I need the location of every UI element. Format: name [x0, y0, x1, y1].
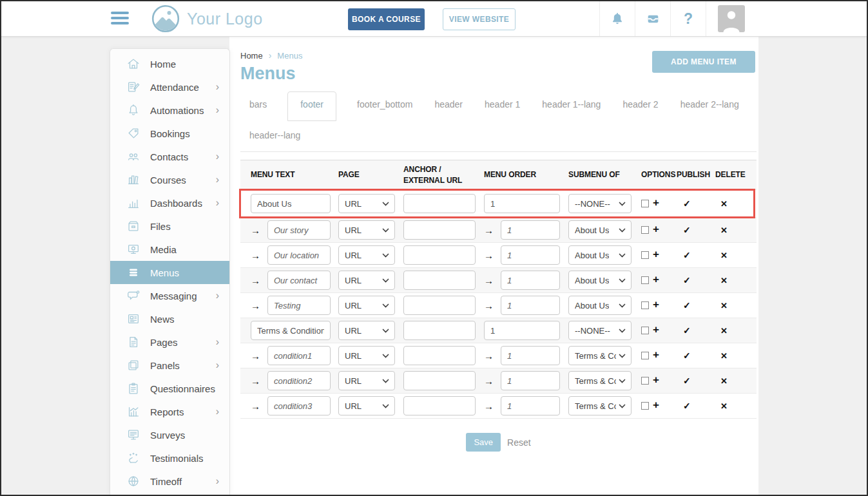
submenu-of-select[interactable]: About Us: [568, 271, 632, 290]
add-option-icon[interactable]: +: [653, 374, 659, 386]
sidebar-item-timeoff[interactable]: Timeoff ›: [110, 470, 229, 493]
inbox-icon[interactable]: [635, 1, 670, 36]
delete-icon[interactable]: ✕: [715, 199, 728, 209]
delete-icon[interactable]: ✕: [715, 225, 728, 235]
page-select[interactable]: URL: [338, 220, 395, 240]
submenu-of-select[interactable]: Terms & Conditions: [568, 371, 632, 390]
sidebar-item-surveys[interactable]: Surveys: [110, 423, 229, 446]
submenu-of-select[interactable]: About Us: [568, 245, 632, 265]
options-checkbox[interactable]: [641, 251, 649, 259]
menu-order-input[interactable]: [501, 220, 560, 240]
publish-check-icon[interactable]: ✓: [677, 401, 691, 411]
menu-text-input[interactable]: [267, 371, 331, 390]
tab-header-1-lang[interactable]: header 1--lang: [541, 92, 602, 117]
menu-order-input[interactable]: [501, 371, 560, 390]
menu-text-input[interactable]: [267, 296, 331, 315]
menu-order-input[interactable]: [501, 271, 560, 290]
publish-check-icon[interactable]: ✓: [677, 250, 691, 260]
page-select[interactable]: URL: [338, 321, 395, 340]
submenu-of-select[interactable]: Terms & Conditions: [568, 346, 632, 365]
page-select[interactable]: URL: [338, 245, 395, 265]
sidebar-item-home[interactable]: Home: [110, 52, 229, 75]
notifications-bell-icon[interactable]: [599, 1, 635, 36]
sidebar-item-questionnaires[interactable]: Questionnaires: [110, 377, 229, 400]
tab-header-lang[interactable]: header--lang: [248, 123, 302, 148]
menu-order-input[interactable]: [501, 296, 560, 315]
anchor-url-input[interactable]: [403, 245, 476, 265]
sidebar-item-reports[interactable]: Reports ›: [110, 400, 229, 423]
publish-check-icon[interactable]: ✓: [677, 225, 691, 235]
page-select[interactable]: URL: [338, 346, 395, 365]
add-option-icon[interactable]: +: [653, 399, 659, 412]
menu-order-input[interactable]: [484, 194, 560, 213]
options-checkbox[interactable]: [641, 226, 649, 234]
delete-icon[interactable]: ✕: [715, 276, 728, 285]
options-checkbox[interactable]: [641, 200, 649, 207]
anchor-url-input[interactable]: [403, 194, 476, 213]
menu-text-input[interactable]: [251, 194, 331, 213]
sidebar-item-news[interactable]: News: [110, 307, 229, 330]
menu-text-input[interactable]: [267, 220, 331, 240]
options-checkbox[interactable]: [641, 276, 649, 284]
sidebar-item-dashboards[interactable]: Dashboards ›: [110, 191, 229, 215]
publish-check-icon[interactable]: ✓: [677, 198, 691, 209]
menu-text-input[interactable]: [267, 396, 331, 415]
add-option-icon[interactable]: +: [653, 323, 659, 336]
delete-icon[interactable]: ✕: [715, 301, 728, 310]
page-select[interactable]: URL: [338, 296, 395, 315]
publish-check-icon[interactable]: ✓: [677, 350, 691, 361]
publish-check-icon[interactable]: ✓: [677, 325, 691, 336]
anchor-url-input[interactable]: [403, 271, 476, 290]
sidebar-item-files[interactable]: Files: [110, 215, 229, 238]
delete-icon[interactable]: ✕: [715, 326, 728, 336]
menu-order-input[interactable]: [501, 346, 560, 365]
tab-header-2[interactable]: header 2: [621, 92, 659, 117]
sidebar-item-contacts[interactable]: Contacts ›: [110, 145, 229, 168]
sidebar-item-panels[interactable]: Panels ›: [110, 354, 229, 377]
anchor-url-input[interactable]: [403, 346, 476, 365]
add-option-icon[interactable]: +: [653, 223, 659, 236]
anchor-url-input[interactable]: [403, 296, 476, 315]
save-button[interactable]: Save: [466, 433, 501, 452]
tab-bars[interactable]: bars: [248, 92, 268, 117]
sidebar-item-courses[interactable]: Courses ›: [110, 168, 229, 191]
add-option-icon[interactable]: +: [653, 298, 659, 311]
options-checkbox[interactable]: [641, 327, 649, 334]
sidebar-item-automations[interactable]: Automations ›: [110, 99, 229, 122]
sidebar-item-testimonials[interactable]: Testimonials: [110, 446, 229, 470]
reset-button[interactable]: Reset: [507, 437, 531, 448]
submenu-of-select[interactable]: --NONE--: [568, 321, 632, 340]
add-option-icon[interactable]: +: [653, 273, 659, 286]
hamburger-menu-icon[interactable]: [111, 12, 129, 24]
submenu-of-select[interactable]: --NONE--: [568, 194, 632, 213]
submenu-of-select[interactable]: Terms & Conditions: [568, 396, 632, 415]
publish-check-icon[interactable]: ✓: [677, 275, 691, 285]
publish-check-icon[interactable]: ✓: [677, 376, 691, 386]
sidebar-item-messaging[interactable]: Messaging ›: [110, 284, 229, 307]
view-website-button[interactable]: VIEW WEBSITE: [443, 8, 516, 30]
delete-icon[interactable]: ✕: [715, 351, 728, 361]
options-checkbox[interactable]: [641, 301, 649, 309]
options-checkbox[interactable]: [641, 352, 649, 359]
sidebar-item-menus[interactable]: Menus: [110, 261, 229, 284]
menu-order-input[interactable]: [501, 396, 560, 415]
anchor-url-input[interactable]: [403, 321, 476, 340]
book-a-course-button[interactable]: BOOK A COURSE: [348, 8, 425, 30]
help-icon[interactable]: ?: [670, 1, 706, 36]
submenu-of-select[interactable]: About Us: [568, 296, 632, 315]
anchor-url-input[interactable]: [403, 371, 476, 390]
tab-header-2-lang[interactable]: header 2--lang: [679, 92, 740, 117]
sidebar-item-media[interactable]: Media: [110, 238, 229, 261]
page-select[interactable]: URL: [338, 396, 395, 415]
tab-footer-bottom[interactable]: footer_bottom: [356, 92, 414, 117]
menu-order-input[interactable]: [484, 321, 560, 340]
tab-footer[interactable]: footer: [287, 91, 336, 121]
sidebar-item-bookings[interactable]: Bookings: [110, 122, 229, 145]
add-option-icon[interactable]: +: [653, 196, 659, 209]
tab-header-1[interactable]: header 1: [483, 92, 521, 117]
breadcrumb-home-link[interactable]: Home: [240, 51, 263, 61]
menu-text-input[interactable]: [267, 271, 331, 290]
anchor-url-input[interactable]: [403, 396, 476, 415]
page-select[interactable]: URL: [338, 271, 395, 290]
anchor-url-input[interactable]: [403, 220, 476, 240]
